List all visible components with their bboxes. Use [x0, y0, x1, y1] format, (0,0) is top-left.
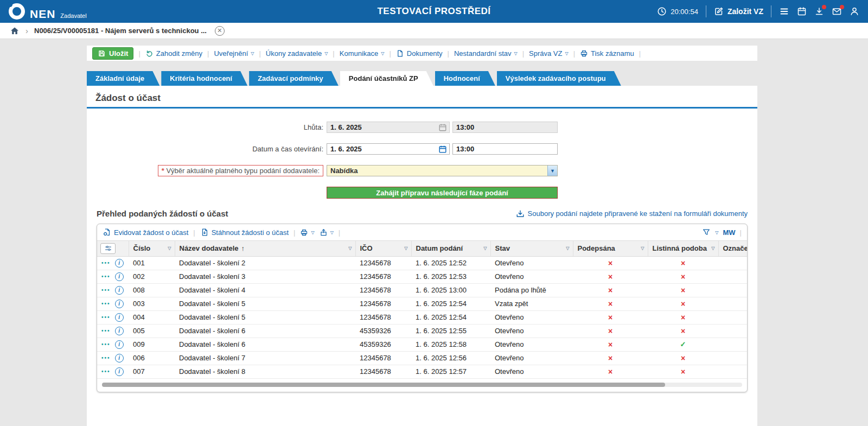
filter-caret-icon[interactable]: ▽ — [711, 246, 714, 251]
row-menu-icon[interactable]: ••• — [101, 287, 111, 293]
user-icon — [850, 7, 859, 16]
chevron-down-icon: ▽ — [311, 230, 314, 235]
cell-state: Otevřeno — [490, 256, 573, 270]
info-icon[interactable]: i — [115, 340, 124, 349]
filter-caret-icon[interactable]: ▽ — [566, 246, 569, 251]
calendar-button[interactable] — [797, 7, 807, 16]
tab-2[interactable]: Kritéria hodnocení — [161, 71, 247, 86]
nonstandard-state-menu[interactable]: Nestandardní stav▽ — [454, 49, 518, 58]
close-icon[interactable]: ✕ — [215, 26, 225, 36]
contracting-actions-menu[interactable]: Úkony zadavatele▽ — [266, 49, 328, 58]
deadline-row: Lhůta: 1. 6. 2025 13:00 — [87, 122, 757, 133]
download-requests-button[interactable]: Stáhnout žádosti o účast — [200, 228, 289, 237]
row-menu-icon[interactable]: ••• — [101, 274, 111, 279]
tab-1[interactable]: Základní údaje — [87, 71, 159, 86]
tab-3[interactable]: Zadávací podmínky — [249, 71, 339, 86]
opening-time-field[interactable]: 13:00 — [452, 143, 558, 155]
environment-title: TESTOVACÍ PROSTŘEDÍ — [377, 6, 490, 17]
submissions-table: Číslo▽ Název dodavatele↑▽ IČO▽ Datum pod… — [97, 241, 747, 379]
download-tray-icon — [516, 209, 525, 218]
table-viewport: Číslo▽ Název dodavatele↑▽ IČO▽ Datum pod… — [97, 240, 747, 379]
chevron-down-icon: ▽ — [514, 51, 518, 56]
downloads-button[interactable] — [814, 7, 824, 16]
profile-button[interactable] — [850, 7, 859, 16]
column-header-oznaceni[interactable]: Označení — [718, 241, 747, 256]
info-icon[interactable]: i — [115, 367, 124, 376]
row-menu-icon[interactable]: ••• — [101, 314, 111, 320]
discard-changes-button[interactable]: Zahodit změny — [145, 49, 202, 58]
filter-caret-icon[interactable]: ▽ — [168, 246, 171, 251]
submissions-table-body: •••i001Dodavatel - školení 2123456781. 6… — [97, 256, 747, 378]
info-icon[interactable]: i — [115, 327, 124, 335]
column-header-datum[interactable]: Datum podání▽ — [411, 241, 490, 256]
export-button[interactable]: ▽ — [320, 228, 334, 237]
filter-caret-icon[interactable]: ▽ — [348, 246, 352, 251]
info-icon[interactable]: i — [115, 259, 124, 268]
cell-ico: 12345678 — [355, 351, 411, 365]
print-list-button[interactable]: ▽ — [300, 228, 314, 237]
info-icon[interactable]: i — [115, 354, 124, 363]
row-menu-icon[interactable]: ••• — [101, 355, 111, 361]
filter-caret-icon[interactable]: ▽ — [404, 246, 407, 251]
info-icon[interactable]: i — [115, 313, 124, 322]
home-icon[interactable] — [10, 26, 20, 36]
register-request-button[interactable]: Evidovat žádost o účast — [103, 228, 188, 237]
undo-icon — [145, 49, 154, 58]
column-header-ico[interactable]: IČO▽ — [355, 241, 411, 256]
menu-button[interactable] — [779, 7, 789, 16]
column-header-nazev[interactable]: Název dodavatele↑▽ — [175, 241, 355, 256]
info-icon[interactable]: i — [115, 286, 124, 295]
filter-icon[interactable] — [702, 228, 711, 237]
row-menu-icon[interactable]: ••• — [101, 301, 111, 307]
notification-badge — [840, 5, 844, 9]
create-vz-button[interactable]: Založit VZ — [714, 7, 763, 16]
save-button[interactable]: Uložit — [92, 47, 133, 60]
publish-menu[interactable]: Uveřejnění▽ — [214, 49, 254, 58]
scrollbar-thumb[interactable] — [102, 383, 665, 387]
info-icon[interactable]: i — [115, 272, 124, 281]
table-row: •••i001Dodavatel - školení 2123456781. 6… — [97, 256, 747, 270]
filter-caret-icon[interactable]: ▽ — [641, 246, 644, 251]
chevron-down-icon: ▽ — [330, 230, 334, 235]
row-menu-icon[interactable]: ••• — [101, 328, 111, 334]
start-next-phase-button[interactable]: Zahájit přípravu následující fáze podání — [327, 187, 558, 199]
communication-menu[interactable]: Komunikace▽ — [340, 49, 385, 58]
row-menu-icon[interactable]: ••• — [101, 341, 111, 347]
tab-5[interactable]: Hodnocení — [435, 71, 495, 86]
calendar-icon[interactable] — [438, 145, 447, 154]
tab-6[interactable]: Výsledek zadávacího postupu — [497, 71, 621, 86]
breadcrumb-item[interactable]: N006/25/V00005181 - Nájem serverů s tech… — [34, 27, 207, 35]
cell-supplier: Dodavatel - školení 2 — [175, 256, 355, 270]
cell-paper: × — [648, 324, 718, 338]
column-settings-button[interactable] — [100, 243, 116, 254]
messages-button[interactable] — [832, 7, 842, 16]
horizontal-scrollbar[interactable] — [102, 383, 742, 387]
cell-ico: 12345678 — [355, 256, 411, 270]
download-note-link[interactable]: Soubory podání najdete připravené ke sta… — [516, 209, 748, 218]
row-menu-icon[interactable]: ••• — [101, 368, 111, 374]
info-icon[interactable]: i — [115, 300, 124, 308]
column-header-stav[interactable]: Stav▽ — [490, 241, 573, 256]
vz-admin-menu[interactable]: Správa VZ▽ — [529, 49, 569, 58]
documents-button[interactable]: Dokumenty — [396, 49, 443, 58]
view-selector[interactable]: MW — [723, 228, 736, 237]
section-underline — [87, 107, 757, 109]
submission-type-label: * Výběr aktuálně platného typu podání do… — [158, 165, 323, 176]
select-arrow-icon[interactable]: ▼ — [547, 166, 557, 176]
opening-date-field[interactable]: 1. 6. 2025 — [327, 143, 450, 155]
chevron-down-icon[interactable]: ▽ — [715, 230, 718, 235]
print-record-button[interactable]: Tisk záznamu — [580, 49, 634, 58]
brand[interactable]: NEN Zadavatel — [9, 3, 87, 20]
tab-4[interactable]: Podání účastníků ZP — [340, 71, 433, 86]
chevron-down-icon: ▽ — [565, 51, 568, 56]
filter-caret-icon[interactable]: ▽ — [483, 246, 487, 251]
cross-icon: × — [681, 300, 685, 308]
cell-number: 004 — [129, 310, 175, 324]
submission-type-select[interactable]: Nabídka ▼ — [327, 165, 558, 176]
cell-supplier: Dodavatel - školení 7 — [175, 351, 355, 365]
column-header-listinna[interactable]: Listinná podoba▽ — [648, 241, 718, 256]
column-header-cislo[interactable]: Číslo▽ — [129, 241, 175, 256]
column-header-podepsana[interactable]: Podepsána▽ — [573, 241, 648, 256]
row-menu-icon[interactable]: ••• — [101, 260, 111, 266]
notification-badge — [822, 5, 826, 9]
